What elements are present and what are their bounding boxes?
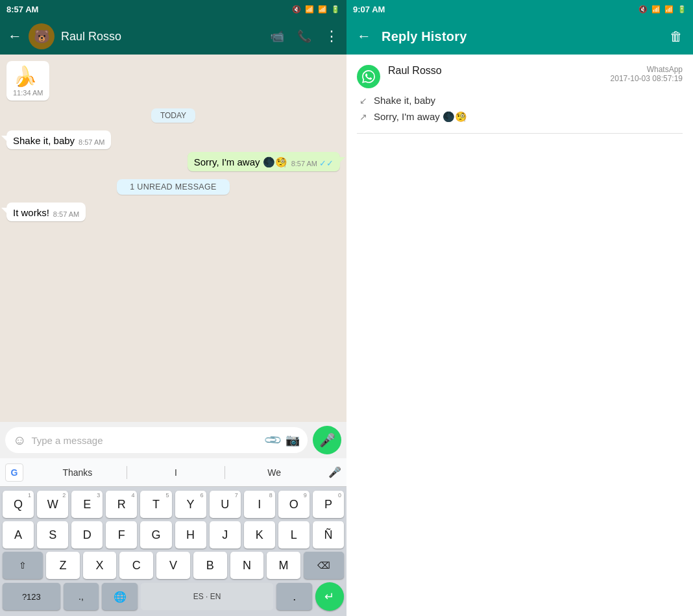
right-panel: 9:07 AM 🔇 📶 📶 🔋 ← Reply History 🗑 Raul R… [346,0,693,616]
double-tick-icon: ✓✓ [319,158,334,168]
mute-icon-right: 🔇 [638,5,648,14]
message-sent-1: Sorry, I'm away 🌑🧐 8:57 AM ✓✓ [188,152,340,171]
key-i[interactable]: 8I [244,491,275,518]
banana-emoji: 🍌 [13,65,43,88]
key-m[interactable]: M [267,552,300,579]
key-x[interactable]: X [83,552,117,579]
reply-source-app: WhatsApp [647,65,683,74]
camera-icon[interactable]: 📷 [286,433,300,447]
backspace-key[interactable]: ⌫ [304,552,344,579]
key-row-2: A S D F G H J K L Ñ [3,521,344,548]
suggestion-we[interactable]: We [225,467,323,478]
message-received-2: It works! 8:57 AM [6,203,86,221]
old-message-time: 11:34 AM [13,89,43,97]
whatsapp-icon [357,65,380,88]
key-g[interactable]: G [140,521,171,548]
key-o[interactable]: 9O [278,491,310,518]
key-v[interactable]: V [156,552,190,579]
reply-history-body: Raul Rosso WhatsApp 2017-10-03 08:57:19 … [346,55,693,616]
app-bar-actions: 📹 📞 ⋮ [270,28,339,45]
phone-icon[interactable]: 📞 [297,29,311,43]
message-text-2: Sorry, I'm away 🌑🧐 [194,156,287,168]
avatar: 🐻 [29,23,55,49]
reply-contact-info: Raul Rosso [388,65,603,77]
key-row-4: ?123 ., 🌐 ES · EN . ↵ [3,582,344,611]
key-p[interactable]: 0P [313,491,344,518]
reply-msg-sent: ↗ Sorry, I'm away 🌑🧐 [359,111,683,123]
wifi-icon: 📶 [305,5,314,14]
key-q[interactable]: 1Q [3,491,34,518]
message-meta-2: 8:57 AM ✓✓ [291,158,334,168]
contact-name: Raul Rosso [61,30,263,43]
key-n[interactable]: N [230,552,264,579]
shift-key[interactable]: ⇧ [3,552,43,579]
reply-card: Raul Rosso WhatsApp 2017-10-03 08:57:19 … [357,65,683,134]
back-button[interactable]: ← [8,28,22,45]
key-a[interactable]: A [3,521,34,548]
mic-icon: 🎤 [319,432,335,448]
emoji-button[interactable]: ☺ [13,433,26,448]
right-status-icons: 🔇 📶 📶 🔋 [638,5,687,14]
mic-button[interactable]: 🎤 [313,426,341,454]
suggestion-i[interactable]: I [127,467,225,478]
key-d[interactable]: D [71,521,103,548]
keyboard-mic-icon[interactable]: 🎤 [328,466,341,478]
key-l[interactable]: L [278,521,310,548]
key-n-tilde[interactable]: Ñ [313,521,344,548]
reply-source: WhatsApp 2017-10-03 08:57:19 [611,65,683,83]
key-y[interactable]: 6Y [175,491,206,518]
globe-key[interactable]: 🌐 [102,583,138,610]
wifi-icon-right: 📶 [651,5,661,14]
message-time-1: 8:57 AM [79,138,104,146]
message-input-field[interactable]: ☺ Type a message 📎 📷 [5,427,308,453]
right-status-bar: 9:07 AM 🔇 📶 📶 🔋 [346,0,693,18]
reply-msg-text-1: Shake it, baby [374,95,435,106]
message-time-3: 8:57 AM [53,210,79,218]
num-key[interactable]: ?123 [3,583,60,610]
key-r[interactable]: 4R [106,491,137,518]
key-h[interactable]: H [175,521,206,548]
key-b[interactable]: B [193,552,227,579]
reply-messages: ↙ Shake it, baby ↗ Sorry, I'm away 🌑🧐 [357,95,683,123]
key-c[interactable]: C [119,552,153,579]
message-text-3: It works! [13,207,49,218]
key-row-3: ⇧ Z X C V B N M ⌫ [3,552,344,579]
key-s[interactable]: S [37,521,68,548]
unread-badge-label: 1 UNREAD MESSAGE [117,179,229,195]
signal-icon-right: 📶 [664,5,674,14]
key-f[interactable]: F [106,521,137,548]
input-placeholder: Type a message [31,435,261,446]
arrow-up-right-icon: ↗ [359,112,367,122]
date-separator: TODAY [6,108,340,123]
left-app-bar: ← 🐻 Raul Rosso 📹 📞 ⋮ [0,18,346,55]
battery-icon: 🔋 [331,5,340,14]
suggestion-thanks[interactable]: Thanks [29,467,127,478]
attach-icon[interactable]: 📎 [263,430,283,450]
reply-card-header: Raul Rosso WhatsApp 2017-10-03 08:57:19 [357,65,683,88]
key-w[interactable]: 2W [37,491,68,518]
signal-icon: 📶 [318,5,327,14]
right-back-button[interactable]: ← [357,28,371,45]
reply-msg-received: ↙ Shake it, baby [359,95,683,106]
battery-icon-right: 🔋 [677,5,687,14]
reply-msg-text-2: Sorry, I'm away 🌑🧐 [374,111,467,123]
key-z[interactable]: Z [46,552,80,579]
space-key[interactable]: ES · EN [141,583,274,610]
video-call-icon[interactable]: 📹 [270,29,284,43]
key-k[interactable]: K [244,521,275,548]
left-status-bar: 8:57 AM 🔇 📶 📶 🔋 [0,0,346,18]
key-t[interactable]: 5T [140,491,171,518]
period-key[interactable]: . [276,583,312,610]
punctuation-key[interactable]: ., [64,583,99,610]
key-j[interactable]: J [210,521,241,548]
enter-key[interactable]: ↵ [315,582,344,611]
key-row-1: 1Q 2W 3E 4R 5T 6Y 7U 8I 9O 0P [3,491,344,518]
keyboard-suggestions: G Thanks I We 🎤 [0,458,346,487]
key-u[interactable]: 7U [210,491,241,518]
message-text-1: Shake it, baby [13,135,75,146]
right-app-bar: ← Reply History 🗑 [346,18,693,55]
key-e[interactable]: 3E [71,491,103,518]
more-options-icon[interactable]: ⋮ [324,28,339,45]
delete-button[interactable]: 🗑 [670,29,683,44]
reply-contact-name: Raul Rosso [388,65,603,77]
